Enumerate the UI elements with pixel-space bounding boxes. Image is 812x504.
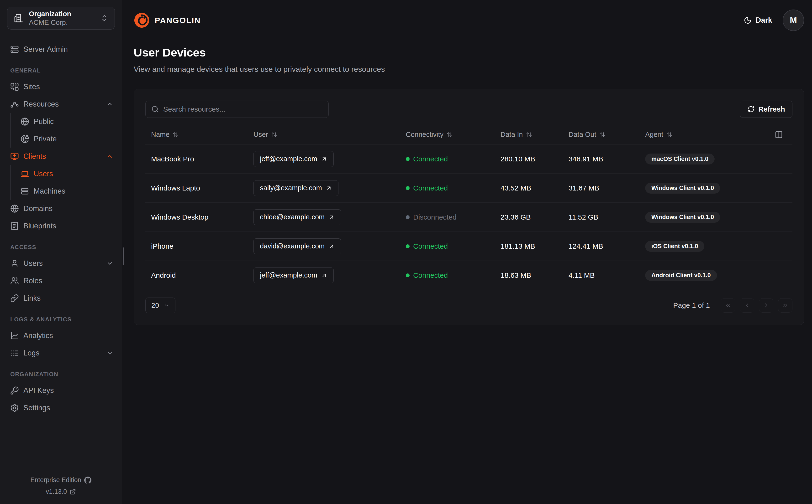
column-header-data-in[interactable]: Data In	[495, 131, 563, 139]
page-title: User Devices	[134, 46, 804, 59]
main-content: PANGOLIN Dark M User Devices View and ma…	[122, 0, 812, 504]
avatar[interactable]: M	[783, 10, 804, 31]
data-in-value: 280.10 MB	[495, 155, 563, 163]
users-icon	[10, 277, 19, 285]
sidebar-item-label: Users	[34, 170, 53, 178]
sidebar-item-resources[interactable]: Resources	[10, 95, 113, 113]
sort-icon	[447, 132, 453, 138]
user-email: jeff@example.com	[260, 271, 317, 279]
agent-badge: Windows Client v0.1.0	[645, 183, 720, 194]
sidebar-item-users[interactable]: Users	[10, 255, 113, 272]
arrow-up-right-icon	[321, 272, 327, 278]
agent-badge: macOS Client v0.1.0	[645, 154, 715, 165]
device-name: iPhone	[145, 242, 248, 250]
sort-icon	[667, 132, 672, 138]
github-icon[interactable]	[84, 477, 91, 484]
combine-icon	[10, 82, 19, 91]
data-in-value: 43.52 MB	[495, 184, 563, 192]
sidebar-item-server-admin[interactable]: Server Admin	[10, 41, 113, 58]
sidebar-item-domains[interactable]: Domains	[10, 200, 113, 217]
sidebar-item-clients[interactable]: Clients	[10, 148, 113, 165]
last-page-button[interactable]	[778, 298, 792, 313]
sidebar-item-clients-users[interactable]: Users	[11, 165, 113, 182]
sidebar-item-public[interactable]: Public	[11, 113, 113, 130]
user-link-button[interactable]: jeff@example.com	[254, 151, 334, 167]
user-email: david@example.com	[260, 242, 325, 250]
user-email: jeff@example.com	[260, 155, 317, 163]
sidebar-item-clients-machines[interactable]: Machines	[11, 182, 113, 200]
chevron-down-icon	[106, 260, 113, 267]
chevrons-left-icon	[725, 302, 731, 309]
table-row: Android jeff@example.com Connected 18.63…	[145, 261, 792, 290]
sidebar-item-links[interactable]: Links	[10, 289, 113, 307]
columns-toggle-icon[interactable]	[775, 131, 783, 139]
org-texts: Organization ACME Corp.	[29, 10, 95, 27]
connectivity-status: Connected	[406, 271, 495, 279]
page-size-select[interactable]: 20	[145, 298, 175, 313]
version-label: v1.13.0	[46, 488, 67, 495]
edition-line: Enterprise Edition	[0, 476, 122, 484]
status-label: Disconnected	[413, 213, 457, 221]
user-link-button[interactable]: chloe@example.com	[254, 209, 341, 225]
column-header-user[interactable]: User	[248, 131, 400, 139]
table-row: iPhone david@example.com Connected 181.1…	[145, 232, 792, 261]
sidebar-resize-handle[interactable]	[123, 247, 124, 265]
column-header-name[interactable]: Name	[145, 131, 248, 139]
column-header-agent[interactable]: Agent	[640, 131, 775, 139]
sidebar-item-settings[interactable]: Settings	[10, 399, 113, 417]
search-input[interactable]	[163, 105, 323, 113]
sidebar-item-label: Settings	[23, 404, 50, 412]
pagination-controls: Page 1 of 1	[673, 298, 792, 313]
next-page-button[interactable]	[759, 298, 773, 313]
chevron-left-icon	[744, 302, 750, 309]
sidebar-item-roles[interactable]: Roles	[10, 272, 113, 289]
sidebar-item-api-keys[interactable]: API Keys	[10, 382, 113, 399]
sidebar-item-blueprints[interactable]: Blueprints	[10, 217, 113, 235]
data-out-value: 4.11 MB	[563, 271, 640, 279]
sidebar-nav: Server Admin GENERAL Sites Resources Pub…	[0, 41, 122, 417]
chevron-down-icon	[106, 350, 113, 357]
status-dot	[406, 157, 410, 161]
sidebar-item-private[interactable]: Private	[11, 130, 113, 148]
globe-icon	[21, 117, 29, 126]
arrow-up-right-icon	[328, 243, 335, 249]
status-label: Connected	[413, 184, 448, 192]
sidebar-item-label: Clients	[23, 152, 46, 161]
refresh-label: Refresh	[758, 105, 785, 113]
column-header-data-out[interactable]: Data Out	[563, 131, 640, 139]
previous-page-button[interactable]	[740, 298, 754, 313]
connectivity-status: Connected	[406, 242, 495, 250]
device-name: Windows Lapto	[145, 184, 248, 192]
data-in-value: 181.13 MB	[495, 242, 563, 250]
connectivity-status: Disconnected	[406, 213, 495, 221]
connectivity-status: Connected	[406, 155, 495, 163]
agent-badge: Android Client v0.1.0	[645, 270, 717, 281]
sidebar-item-logs[interactable]: Logs	[10, 344, 113, 362]
devices-card: Refresh Name User Connectivity Data In	[134, 89, 804, 325]
status-label: Connected	[413, 242, 448, 250]
chevrons-right-icon	[782, 302, 789, 309]
resources-subgroup: Public Private	[10, 113, 113, 148]
table-row: Windows Desktop chloe@example.com Discon…	[145, 203, 792, 232]
brand[interactable]: PANGOLIN	[134, 12, 201, 28]
version-line[interactable]: v1.13.0	[0, 488, 122, 495]
external-link-icon	[70, 489, 76, 495]
first-page-button[interactable]	[721, 298, 735, 313]
sidebar-item-analytics[interactable]: Analytics	[10, 327, 113, 344]
chart-line-icon	[10, 331, 19, 340]
status-dot	[406, 186, 410, 190]
theme-toggle[interactable]: Dark	[744, 16, 772, 25]
column-header-connectivity[interactable]: Connectivity	[400, 131, 495, 139]
org-switcher[interactable]: Organization ACME Corp.	[7, 7, 115, 30]
sidebar-item-label: Private	[34, 135, 57, 143]
user-link-button[interactable]: sally@example.com	[254, 180, 339, 196]
user-link-button[interactable]: david@example.com	[254, 238, 341, 254]
arrow-up-right-icon	[326, 185, 332, 191]
status-dot	[406, 215, 410, 219]
pagination: 20 Page 1 of 1	[145, 298, 792, 313]
sidebar-item-sites[interactable]: Sites	[10, 78, 113, 95]
column-label: Name	[151, 131, 169, 139]
user-link-button[interactable]: jeff@example.com	[254, 267, 334, 283]
chevron-up-icon	[106, 153, 113, 160]
refresh-button[interactable]: Refresh	[740, 101, 792, 118]
